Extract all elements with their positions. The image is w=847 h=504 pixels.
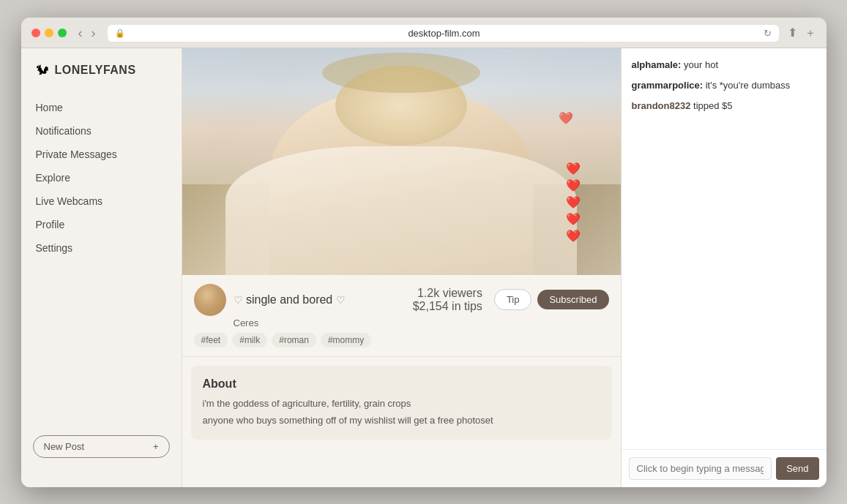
avatar: [194, 284, 226, 316]
about-line-1: i'm the goddess of agriculture, fertilit…: [203, 396, 600, 411]
back-arrow[interactable]: ‹: [75, 26, 86, 40]
sidebar-item-notifications[interactable]: Notifications: [21, 119, 182, 143]
tag-roman[interactable]: #roman: [272, 333, 316, 347]
about-section: About i'm the goddess of agriculture, fe…: [191, 366, 612, 440]
stream-title-group: ♡ single and bored ♡: [234, 293, 346, 306]
stream-title-text: ♡ single and bored ♡: [234, 293, 346, 306]
sidebar-item-profile[interactable]: Profile: [21, 213, 182, 236]
share-icon[interactable]: ⬆: [788, 26, 797, 41]
painting-crown: [322, 53, 480, 94]
browser-actions: ⬆ ＋: [788, 26, 816, 41]
viewers-count: 1.2k viewers: [413, 287, 482, 300]
chat-input[interactable]: [629, 457, 772, 480]
heart-2: ❤️: [566, 178, 581, 192]
heart-5: ❤️: [566, 229, 581, 243]
chat-username-2: grammarpolice:: [632, 80, 704, 91]
stream-image: ❤️ ❤️ ❤️ ❤️ ❤️ ❤️: [182, 48, 621, 275]
about-line-2: anyone who buys something off of my wish…: [203, 413, 600, 428]
chat-messages: alphamale: your hot grammarpolice: it's …: [622, 48, 827, 449]
send-button[interactable]: Send: [776, 457, 818, 480]
nav-menu: Home Notifications Private Messages Expl…: [21, 96, 182, 435]
chat-username-1: alphamale:: [632, 59, 682, 70]
traffic-lights: [31, 29, 67, 37]
painting-dress: [225, 146, 576, 275]
tags-row: #feet #milk #roman #mommy: [194, 333, 609, 347]
stream-actions: 1.2k viewers $2,154 in tips Tip Subscrib…: [413, 287, 609, 313]
logo-icon: 🐿: [36, 63, 49, 78]
sidebar-item-settings[interactable]: Settings: [21, 236, 182, 260]
tag-feet[interactable]: #feet: [194, 333, 228, 347]
sidebar-item-home[interactable]: Home: [21, 96, 182, 119]
avatar-image: [194, 284, 226, 316]
chat-text-2: it's *you're dumbass: [706, 80, 791, 91]
address-bar[interactable]: 🔒 desktop-film.com ↻: [108, 25, 779, 42]
tag-milk[interactable]: #milk: [232, 333, 267, 347]
chat-message-1: alphamale: your hot: [632, 59, 816, 72]
title-heart-right: ♡: [336, 294, 346, 306]
sidebar-item-private-messages[interactable]: Private Messages: [21, 143, 182, 166]
nav-arrows: ‹ ›: [75, 26, 99, 40]
maximize-button[interactable]: [58, 29, 67, 37]
sidebar-item-live-webcams[interactable]: Live Webcams: [21, 189, 182, 213]
chat-text-3: tipped $5: [693, 100, 733, 111]
heart-4: ❤️: [566, 212, 581, 226]
stream-title-row: ♡ single and bored ♡ 1.2k viewers $2,154…: [194, 284, 609, 316]
main-content: ❤️ ❤️ ❤️ ❤️ ❤️ ❤️: [182, 48, 622, 487]
streamer-left: ♡ single and bored ♡: [194, 284, 346, 316]
chat-username-3: brandon8232: [632, 100, 691, 111]
lock-icon: 🔒: [115, 29, 125, 38]
chat-text-1: your hot: [684, 59, 718, 70]
streamer-name: Ceres: [234, 317, 609, 328]
stream-title: single and bored: [246, 293, 332, 306]
title-heart-left: ♡: [234, 294, 243, 306]
heart-1: ❤️: [566, 162, 581, 176]
browser-window: ‹ › 🔒 desktop-film.com ↻ ⬆ ＋ 🐿 LONELYFAN…: [21, 18, 827, 487]
stream-info: ♡ single and bored ♡ 1.2k viewers $2,154…: [182, 275, 621, 357]
new-tab-icon[interactable]: ＋: [805, 26, 816, 41]
sidebar: 🐿 LONELYFANS Home Notifications Private …: [21, 48, 182, 487]
app-layout: 🐿 LONELYFANS Home Notifications Private …: [21, 48, 827, 487]
chat-panel: alphamale: your hot grammarpolice: it's …: [622, 48, 827, 487]
new-post-label: New Post: [44, 441, 85, 452]
tip-button[interactable]: Tip: [494, 289, 532, 310]
url-text: desktop-film.com: [130, 28, 759, 39]
minimize-button[interactable]: [45, 29, 53, 37]
about-title: About: [203, 377, 600, 391]
new-post-button[interactable]: New Post +: [33, 435, 170, 458]
logo-area: 🐿 LONELYFANS: [21, 63, 182, 96]
refresh-icon[interactable]: ↻: [764, 28, 772, 39]
sidebar-item-explore[interactable]: Explore: [21, 166, 182, 189]
chat-input-area: Send: [622, 449, 827, 487]
stream-area: ❤️ ❤️ ❤️ ❤️ ❤️ ❤️: [182, 48, 621, 275]
heart-3: ❤️: [566, 195, 581, 209]
tips-amount: $2,154 in tips: [413, 300, 482, 313]
subscribed-button[interactable]: Subscribed: [537, 290, 608, 309]
chat-message-2: grammarpolice: it's *you're dumbass: [632, 79, 816, 92]
tag-mommy[interactable]: #mommy: [321, 333, 371, 347]
logo-text: LONELYFANS: [55, 64, 136, 77]
heart-floating-small: ❤️: [559, 111, 573, 125]
hearts-column: ❤️ ❤️ ❤️ ❤️ ❤️: [566, 162, 581, 243]
browser-chrome: ‹ › 🔒 desktop-film.com ↻ ⬆ ＋: [21, 18, 827, 48]
new-post-plus-icon: +: [153, 441, 159, 452]
close-button[interactable]: [31, 29, 40, 37]
stream-stats-area: 1.2k viewers $2,154 in tips: [413, 287, 482, 313]
forward-arrow[interactable]: ›: [89, 26, 99, 40]
chat-message-3: brandon8232 tipped $5: [632, 99, 816, 113]
